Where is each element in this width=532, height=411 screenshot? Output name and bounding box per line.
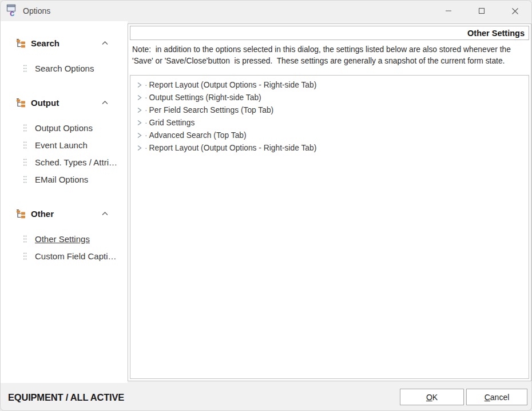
window-title: Options <box>23 6 50 15</box>
tree-item-label: Output Settings (Right-side Tab) <box>145 93 261 102</box>
sidebar-group-header-other[interactable]: Other <box>1 206 128 222</box>
chevron-right-icon[interactable] <box>136 119 143 127</box>
grip-dots-icon <box>23 158 27 167</box>
chevron-right-icon[interactable] <box>136 132 143 139</box>
maximize-icon <box>478 7 485 14</box>
grip-dots-icon <box>23 252 27 260</box>
minimize-button[interactable] <box>432 1 465 21</box>
sidebar-item-event-launch[interactable]: Event Launch <box>1 136 128 153</box>
sidebar-nav: Search Search Options Output <box>1 21 128 383</box>
sidebar-group-label: Other <box>31 209 54 219</box>
sidebar-item-custom-field-captions[interactable]: Custom Field Capti… <box>1 247 128 264</box>
sidebar-item-label: Custom Field Capti… <box>35 251 117 261</box>
grip-dots-icon <box>23 124 27 132</box>
sidebar-item-output-options[interactable]: Output Options <box>1 119 128 136</box>
tree-item-advanced-search[interactable]: Advanced Search (Top Tab) <box>130 129 529 141</box>
tree-structure-icon <box>16 209 26 219</box>
ok-button[interactable]: OK <box>400 389 464 405</box>
tree-item-output-settings[interactable]: Output Settings (Right-side Tab) <box>130 91 529 104</box>
tree-item-label: Grid Settings <box>145 118 194 127</box>
chevron-up-icon[interactable] <box>101 210 109 218</box>
grip-dots-icon <box>23 64 27 73</box>
chevron-right-icon[interactable] <box>136 94 143 101</box>
grip-dots-icon <box>23 141 27 149</box>
sidebar-item-email-options[interactable]: EMail Options <box>1 171 128 188</box>
sidebar-group-output: Output Output Options Event Launch Sched… <box>1 94 128 188</box>
ok-button-label: OK <box>426 393 438 402</box>
tree-item-grid-settings[interactable]: Grid Settings <box>130 116 529 129</box>
grip-dots-icon <box>23 175 27 184</box>
tree-item-label: Report Layout (Output Options - Right-si… <box>145 144 316 152</box>
sidebar-group-label: Output <box>31 98 59 108</box>
grip-dots-icon <box>23 235 27 243</box>
cancel-button[interactable]: Cancel <box>466 389 527 405</box>
tree-structure-icon <box>16 98 26 108</box>
svg-text:c: c <box>10 8 14 18</box>
sidebar-item-label: Other Settings <box>35 234 90 244</box>
sidebar-item-sched-types[interactable]: Sched. Types / Attri… <box>1 153 128 171</box>
note-text: Note: in addition to the options selecte… <box>128 40 531 67</box>
tree-item-label: Per Field Search Settings (Top Tab) <box>145 106 273 114</box>
panel-title-bar: Other Settings <box>130 26 529 40</box>
sidebar-group-search: Search Search Options <box>1 35 128 77</box>
sidebar-item-label: Search Options <box>35 64 94 73</box>
panel-title: Other Settings <box>467 29 525 38</box>
tree-structure-icon <box>16 38 26 48</box>
chevron-up-icon[interactable] <box>101 39 109 48</box>
sidebar-group-items: Other Settings Custom Field Capti… <box>1 230 128 264</box>
options-dialog: c Options Search <box>0 0 532 411</box>
close-icon <box>511 7 519 15</box>
chevron-right-icon[interactable] <box>136 106 143 114</box>
sidebar-item-label: Output Options <box>35 123 93 133</box>
sidebar-group-header-search[interactable]: Search <box>1 35 128 51</box>
sidebar-item-label: EMail Options <box>35 175 88 184</box>
tree-item-label: Advanced Search (Top Tab) <box>145 131 247 140</box>
chevron-right-icon[interactable] <box>136 81 143 89</box>
sidebar-group-label: Search <box>31 38 59 48</box>
sidebar-group-items: Output Options Event Launch Sched. Types… <box>1 119 128 188</box>
cancel-button-label: Cancel <box>485 393 510 402</box>
caption-buttons <box>432 1 531 21</box>
sidebar-group-header-output[interactable]: Output <box>1 94 128 110</box>
chevron-up-icon[interactable] <box>101 98 109 107</box>
sidebar-group-other: Other Other Settings Custom Field Capti… <box>1 206 128 264</box>
context-label: EQUIPMENT / ALL ACTIVE <box>8 392 124 403</box>
chevron-right-icon[interactable] <box>136 144 143 152</box>
tree-item-report-layout-1[interactable]: Report Layout (Output Options - Right-si… <box>130 78 529 91</box>
close-button[interactable] <box>498 1 531 21</box>
title-bar: c Options <box>1 1 531 21</box>
settings-tree: Report Layout (Output Options - Right-si… <box>130 75 529 379</box>
tree-item-report-layout-2[interactable]: Report Layout (Output Options - Right-si… <box>130 141 529 154</box>
sidebar-group-items: Search Options <box>1 60 128 77</box>
tree-item-per-field-search[interactable]: Per Field Search Settings (Top Tab) <box>130 104 529 116</box>
tree-item-label: Report Layout (Output Options - Right-si… <box>145 81 316 89</box>
sidebar-item-label: Event Launch <box>35 140 88 150</box>
minimize-icon <box>445 7 452 14</box>
sidebar-item-other-settings[interactable]: Other Settings <box>1 230 128 247</box>
sidebar-item-search-options[interactable]: Search Options <box>1 60 128 77</box>
main-panel: Other Settings Note: in addition to the … <box>128 23 531 381</box>
maximize-button[interactable] <box>465 1 498 21</box>
sidebar-item-label: Sched. Types / Attri… <box>35 157 117 167</box>
app-icon: c <box>6 4 18 18</box>
